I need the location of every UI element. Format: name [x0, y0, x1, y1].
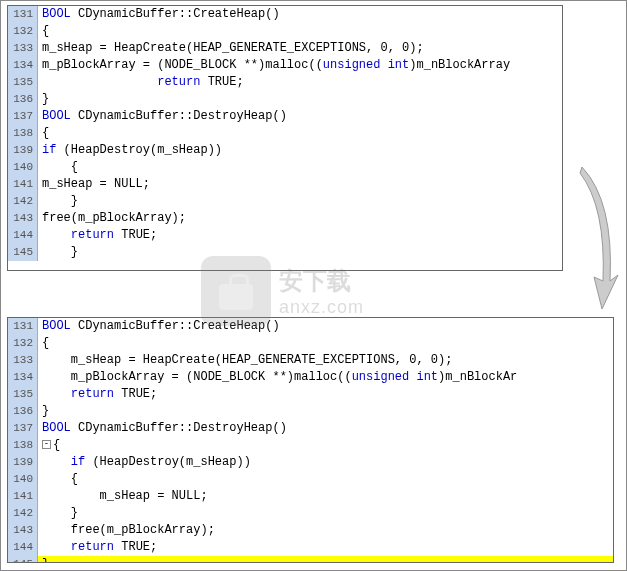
code-content[interactable]: }: [38, 193, 562, 210]
code-content[interactable]: if (HeapDestroy(m_sHeap)): [38, 142, 562, 159]
code-line[interactable]: 142 }: [8, 505, 613, 522]
line-number: 137: [8, 420, 38, 437]
code-line[interactable]: 135 return TRUE;: [8, 386, 613, 403]
line-number: 141: [8, 488, 38, 505]
code-line[interactable]: 145 }: [8, 244, 562, 261]
code-content[interactable]: m_sHeap = HeapCreate(HEAP_GENERATE_EXCEP…: [38, 40, 562, 57]
line-number: 140: [8, 159, 38, 176]
code-line[interactable]: 135 return TRUE;: [8, 74, 562, 91]
code-content[interactable]: if (HeapDestroy(m_sHeap)): [38, 454, 613, 471]
code-content[interactable]: {: [38, 471, 613, 488]
code-content[interactable]: {: [38, 23, 562, 40]
line-number: 144: [8, 539, 38, 556]
code-content[interactable]: }: [38, 505, 613, 522]
line-number: 131: [8, 318, 38, 335]
code-line[interactable]: 131BOOL CDynamicBuffer::CreateHeap(): [8, 6, 562, 23]
code-line[interactable]: 144 return TRUE;: [8, 539, 613, 556]
code-editor-bottom[interactable]: 131BOOL CDynamicBuffer::CreateHeap()132{…: [7, 317, 614, 563]
code-content[interactable]: m_sHeap = NULL;: [38, 488, 613, 505]
code-content[interactable]: {: [38, 125, 562, 142]
code-line[interactable]: 138-{: [8, 437, 613, 454]
code-line[interactable]: 140 {: [8, 471, 613, 488]
code-line[interactable]: 134 m_pBlockArray = (NODE_BLOCK **)mallo…: [8, 369, 613, 386]
line-number: 131: [8, 6, 38, 23]
code-content[interactable]: BOOL CDynamicBuffer::DestroyHeap(): [38, 108, 562, 125]
code-content[interactable]: BOOL CDynamicBuffer::CreateHeap(): [38, 6, 562, 23]
line-number: 134: [8, 369, 38, 386]
code-line[interactable]: 131BOOL CDynamicBuffer::CreateHeap(): [8, 318, 613, 335]
line-number: 132: [8, 335, 38, 352]
code-line[interactable]: 145}: [8, 556, 613, 563]
code-content[interactable]: m_pBlockArray = (NODE_BLOCK **)malloc((u…: [38, 57, 562, 74]
watermark-url: anxz.com: [279, 297, 364, 318]
code-line[interactable]: 133 m_sHeap = HeapCreate(HEAP_GENERATE_E…: [8, 352, 613, 369]
line-number: 143: [8, 210, 38, 227]
code-content[interactable]: }: [38, 403, 613, 420]
line-number: 142: [8, 193, 38, 210]
code-line[interactable]: 136}: [8, 403, 613, 420]
code-content[interactable]: }: [38, 244, 562, 261]
code-content[interactable]: {: [38, 335, 613, 352]
code-content[interactable]: return TRUE;: [38, 227, 562, 244]
line-number: 143: [8, 522, 38, 539]
code-line[interactable]: 142 }: [8, 193, 562, 210]
line-number: 142: [8, 505, 38, 522]
code-line[interactable]: 139if (HeapDestroy(m_sHeap)): [8, 142, 562, 159]
code-line[interactable]: 143free(m_pBlockArray);: [8, 210, 562, 227]
code-line[interactable]: 137BOOL CDynamicBuffer::DestroyHeap(): [8, 108, 562, 125]
code-line[interactable]: 136}: [8, 91, 562, 108]
code-content[interactable]: free(m_pBlockArray);: [38, 522, 613, 539]
code-content[interactable]: }: [38, 556, 613, 563]
code-line[interactable]: 141 m_sHeap = NULL;: [8, 488, 613, 505]
fold-marker[interactable]: -: [42, 440, 51, 449]
code-content[interactable]: return TRUE;: [38, 539, 613, 556]
code-content[interactable]: return TRUE;: [38, 74, 562, 91]
line-number: 136: [8, 403, 38, 420]
line-number: 145: [8, 244, 38, 261]
code-line[interactable]: 144 return TRUE;: [8, 227, 562, 244]
code-line[interactable]: 141m_sHeap = NULL;: [8, 176, 562, 193]
line-number: 141: [8, 176, 38, 193]
code-line[interactable]: 133m_sHeap = HeapCreate(HEAP_GENERATE_EX…: [8, 40, 562, 57]
code-line[interactable]: 140 {: [8, 159, 562, 176]
code-line[interactable]: 134m_pBlockArray = (NODE_BLOCK **)malloc…: [8, 57, 562, 74]
code-content[interactable]: {: [38, 159, 562, 176]
line-number: 135: [8, 386, 38, 403]
code-content[interactable]: BOOL CDynamicBuffer::CreateHeap(): [38, 318, 613, 335]
code-line[interactable]: 139 if (HeapDestroy(m_sHeap)): [8, 454, 613, 471]
line-number: 138: [8, 437, 38, 454]
code-content[interactable]: -{: [38, 437, 613, 454]
code-content[interactable]: BOOL CDynamicBuffer::DestroyHeap(): [38, 420, 613, 437]
line-number: 137: [8, 108, 38, 125]
code-content[interactable]: m_sHeap = NULL;: [38, 176, 562, 193]
line-number: 145: [8, 556, 38, 563]
line-number: 140: [8, 471, 38, 488]
line-number: 132: [8, 23, 38, 40]
line-number: 134: [8, 57, 38, 74]
line-number: 136: [8, 91, 38, 108]
code-content[interactable]: m_sHeap = HeapCreate(HEAP_GENERATE_EXCEP…: [38, 352, 613, 369]
code-content[interactable]: return TRUE;: [38, 386, 613, 403]
code-line[interactable]: 138{: [8, 125, 562, 142]
code-content[interactable]: free(m_pBlockArray);: [38, 210, 562, 227]
code-editor-top[interactable]: 131BOOL CDynamicBuffer::CreateHeap()132{…: [7, 5, 563, 271]
code-line[interactable]: 143 free(m_pBlockArray);: [8, 522, 613, 539]
code-content[interactable]: m_pBlockArray = (NODE_BLOCK **)malloc((u…: [38, 369, 613, 386]
code-line[interactable]: 132{: [8, 23, 562, 40]
line-number: 138: [8, 125, 38, 142]
code-content[interactable]: }: [38, 91, 562, 108]
line-number: 144: [8, 227, 38, 244]
line-number: 133: [8, 40, 38, 57]
line-number: 139: [8, 454, 38, 471]
code-line[interactable]: 132{: [8, 335, 613, 352]
line-number: 133: [8, 352, 38, 369]
arrow-down-icon: [570, 161, 620, 331]
code-line[interactable]: 137BOOL CDynamicBuffer::DestroyHeap(): [8, 420, 613, 437]
line-number: 139: [8, 142, 38, 159]
line-number: 135: [8, 74, 38, 91]
